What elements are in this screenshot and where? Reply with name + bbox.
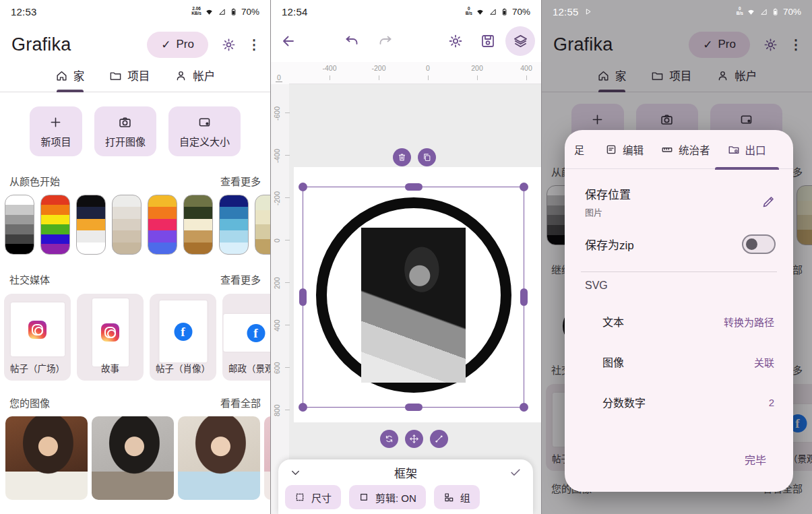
nav-tab[interactable]: 帐户 <box>175 67 215 84</box>
network-speed: 0B/s <box>466 7 472 16</box>
color-palette-chip[interactable] <box>76 195 106 255</box>
color-palette-chip[interactable] <box>148 195 177 255</box>
overflow-menu-icon[interactable]: ⋮ <box>247 36 261 53</box>
color-palette-chip[interactable] <box>219 195 249 255</box>
social-template-card[interactable]: 帖子（广场） <box>4 294 71 381</box>
redo-icon[interactable] <box>377 33 394 49</box>
done-button[interactable]: 完毕 <box>745 451 766 468</box>
settings-gear-icon[interactable] <box>221 37 237 53</box>
status-bar: 12:54 0B/s 70% <box>271 0 541 20</box>
see-more-link[interactable]: 查看更多 <box>220 174 261 188</box>
quick-actions: 新项目 打开图像 自定义大小 <box>0 106 270 156</box>
editor-toolbar <box>271 20 541 62</box>
social-template-list: 帖子（广场） 故事 帖子（肖像） <box>0 294 270 381</box>
nav-tab[interactable]: 家 <box>55 67 85 84</box>
square-icon <box>358 492 369 503</box>
ruler-tick-label: 600 <box>273 352 284 383</box>
save-icon[interactable] <box>480 33 496 49</box>
status-bar: 12:55 0B/s 70% <box>542 0 812 20</box>
photo-thumbnail[interactable] <box>178 416 260 500</box>
screen-export-dialog: Grafika ✓ Pro ⋮ 家 项目 <box>542 0 812 514</box>
battery-icon <box>229 7 238 16</box>
panel-option-button[interactable]: 尺寸 <box>285 485 341 509</box>
screen-editor: 12:54 0B/s 70% -400-2000200400 <box>271 0 541 514</box>
save-location-row[interactable]: 保存位置 图片 <box>585 185 776 218</box>
svg-image-row[interactable]: 图像 关联 <box>602 354 774 370</box>
delete-button[interactable] <box>393 148 411 166</box>
cell-signal-icon <box>488 7 497 16</box>
ruler-tick-label: 400 <box>516 64 536 72</box>
color-palette-chip[interactable] <box>112 195 142 255</box>
resize-handle-se[interactable] <box>520 403 528 412</box>
social-brand-icon <box>28 321 46 339</box>
color-palette-chip[interactable] <box>40 195 70 255</box>
network-speed: 2.06KB/s <box>191 7 201 16</box>
zip-toggle-off[interactable] <box>742 234 776 254</box>
resize-handle-w[interactable] <box>299 288 307 306</box>
ruler-origin: 0 <box>271 62 289 84</box>
duplicate-button[interactable] <box>418 148 436 166</box>
photo-thumbnail[interactable] <box>264 416 270 500</box>
resize-handle-sw[interactable] <box>299 403 307 412</box>
action-chip[interactable]: 自定义大小 <box>168 106 241 156</box>
resize-handle-e[interactable] <box>520 288 528 306</box>
dialog-tab[interactable]: 统治者 <box>652 130 719 168</box>
panel-option-button[interactable]: 组 <box>434 485 480 509</box>
social-template-card[interactable]: 帖子（肖像） <box>150 294 216 381</box>
move-button[interactable] <box>405 430 423 448</box>
rotate-button[interactable] <box>380 430 398 448</box>
home-icon <box>55 69 68 82</box>
fraction-digits-value[interactable]: 2 <box>769 397 774 408</box>
nav-tab[interactable]: 项目 <box>109 67 150 84</box>
palette-list <box>0 195 270 255</box>
action-chip[interactable]: 打开图像 <box>94 106 156 156</box>
horizontal-ruler: -400-2000200400 <box>271 62 541 84</box>
social-template-card[interactable]: 邮政（景观） <box>222 294 270 381</box>
layers-icon <box>513 34 528 49</box>
resize-handle-s[interactable] <box>405 404 423 411</box>
battery-percent: 70% <box>241 7 259 17</box>
panel-option-button[interactable]: 剪辑: ON <box>349 485 426 509</box>
wifi-icon <box>747 7 755 16</box>
battery-icon <box>771 7 780 16</box>
copy-icon <box>422 152 432 162</box>
selection-box[interactable] <box>303 187 524 408</box>
photo-thumbnail[interactable] <box>92 416 174 500</box>
rotate-icon <box>384 434 394 444</box>
save-as-zip-row: 保存为zip <box>585 234 776 254</box>
fraction-digits-row[interactable]: 分数数字 2 <box>602 394 774 410</box>
edit-pencil-icon[interactable] <box>761 195 776 209</box>
app-title: Grafika <box>11 34 71 55</box>
see-all-link[interactable]: 看看全部 <box>220 395 261 410</box>
confirm-check-icon[interactable] <box>509 465 522 479</box>
svg-image-value[interactable]: 关联 <box>754 355 774 369</box>
ruler-tick-label: -600 <box>273 98 284 129</box>
photo-thumbnail[interactable] <box>5 416 88 500</box>
color-palette-chip[interactable] <box>255 195 270 255</box>
pro-button[interactable]: ✓ Pro <box>147 32 208 58</box>
resize-handle-n[interactable] <box>405 183 423 191</box>
social-template-card[interactable]: 故事 <box>77 294 144 381</box>
svg-text-row[interactable]: 文本 转换为路径 <box>602 313 774 329</box>
app-header: Grafika ✓ Pro ⋮ <box>0 20 270 58</box>
scale-button[interactable] <box>430 430 448 448</box>
export-icon <box>728 143 740 156</box>
ruler-tick-label: 200 <box>467 64 487 72</box>
color-palette-chip[interactable] <box>183 195 213 255</box>
ruler-tick-label: -400 <box>319 64 340 72</box>
undo-icon[interactable] <box>344 33 360 49</box>
partial-tab[interactable]: 足 <box>574 142 584 156</box>
action-chip[interactable]: 新项目 <box>30 106 82 156</box>
resize-handle-nw[interactable] <box>299 183 307 191</box>
dialog-tab[interactable]: 出口 <box>719 130 775 168</box>
ruler-tick-label: -200 <box>273 183 284 214</box>
see-more-link[interactable]: 查看更多 <box>220 272 261 286</box>
settings-gear-icon[interactable] <box>447 33 464 49</box>
back-arrow-icon[interactable] <box>280 33 296 49</box>
dialog-tab[interactable]: 编辑 <box>596 130 652 168</box>
color-palette-chip[interactable] <box>5 195 34 255</box>
layers-button[interactable] <box>505 26 535 56</box>
svg-text-value[interactable]: 转换为路径 <box>724 315 774 329</box>
resize-handle-ne[interactable] <box>520 183 528 191</box>
resize-icon <box>197 115 212 129</box>
